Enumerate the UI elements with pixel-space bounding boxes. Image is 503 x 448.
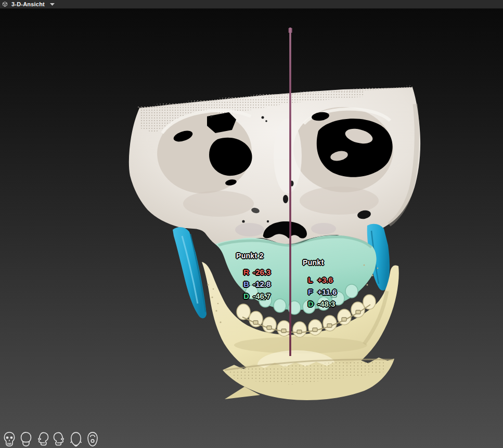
3d-viewport[interactable]: Punkt 2 R -26.3 B -12.8 D -46.7 Punkt	[0, 8, 503, 448]
skull-left-profile-view-icon[interactable]	[36, 431, 49, 447]
3d-view-window: 3-D-Ansicht	[0, 0, 503, 448]
view-orientation-toolbar	[3, 431, 99, 447]
ramus-segment-left	[173, 227, 207, 318]
cube-3d-icon	[2, 1, 8, 7]
skull-right-profile-view-icon[interactable]	[53, 431, 66, 447]
skull-top-view-icon[interactable]	[69, 431, 83, 447]
maxilla-segment	[215, 235, 377, 314]
skull-3d-render	[0, 0, 503, 448]
skull-bottom-view-icon[interactable]	[86, 431, 99, 447]
caret-down-icon[interactable]	[50, 3, 55, 6]
cranium-bone	[129, 85, 420, 246]
view-titlebar[interactable]: 3-D-Ansicht	[0, 0, 503, 9]
skull-front-view-icon[interactable]	[3, 431, 16, 447]
skull-back-view-icon[interactable]	[19, 431, 33, 447]
view-title: 3-D-Ansicht	[11, 1, 45, 8]
